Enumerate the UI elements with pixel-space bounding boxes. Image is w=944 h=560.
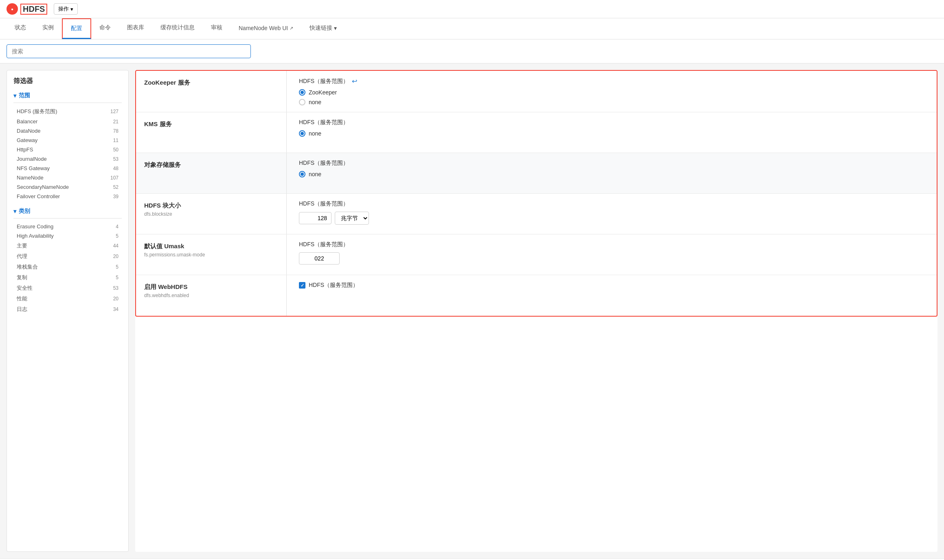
scope-item-httpfs[interactable]: HttpFS 50 [13, 145, 122, 154]
config-key-umask: fs.permissions.umask-mode [144, 252, 278, 258]
external-link-icon: ↗ [290, 26, 293, 31]
scope-item-secondary-namenode[interactable]: SecondaryNameNode 52 [13, 182, 122, 192]
cat-item-performance[interactable]: 性能 20 [13, 293, 122, 304]
chevron-down-icon: ▾ [13, 208, 16, 214]
radio-none-kms[interactable]: none [299, 130, 924, 137]
chevron-down-icon: ▾ [334, 25, 337, 31]
radio-dot-zookeeper [299, 89, 305, 96]
tab-command[interactable]: 命令 [91, 18, 119, 39]
actions-button[interactable]: 操作 ▾ [54, 3, 78, 15]
scope-label: 范围 [19, 92, 30, 99]
config-row-kms: KMS 服务 HDFS（服务范围） none [136, 112, 937, 153]
scope-item-journalnode[interactable]: JournalNode 53 [13, 154, 122, 164]
chevron-down-icon: ▾ [70, 6, 73, 12]
config-key-webhdfs: dfs.webhdfs.enabled [144, 293, 278, 298]
scope-item-balancer[interactable]: Balancer 21 [13, 117, 122, 126]
scope-divider [13, 103, 122, 103]
nav-tabs: 状态 实例 配置 命令 图表库 缓存统计信息 审核 NameNode Web U… [0, 18, 944, 39]
scope-item-nfs-gateway[interactable]: NFS Gateway 48 [13, 164, 122, 173]
chevron-down-icon: ▾ [13, 92, 16, 99]
webhdfs-checkbox[interactable]: ✓ [299, 282, 305, 289]
radio-none-os[interactable]: none [299, 171, 924, 177]
config-value-umask: HDFS（服务范围） [287, 234, 937, 275]
tab-cache[interactable]: 缓存统计信息 [152, 18, 203, 39]
category-divider [13, 218, 122, 219]
config-value-webhdfs: ✓ HDFS（服务范围） [287, 275, 937, 316]
config-row-object-storage: 对象存储服务 HDFS（服务范围） none [136, 153, 937, 194]
radio-zookeeper[interactable]: ZooKeeper [299, 89, 924, 96]
blocksize-controls: 兆字节 千字节 字节 [299, 212, 924, 225]
cat-item-log[interactable]: 日志 34 [13, 304, 122, 315]
cat-item-ha[interactable]: High Availability 5 [13, 231, 122, 241]
search-input[interactable] [7, 44, 251, 58]
tab-namenode[interactable]: NameNode Web UI ↗ [231, 18, 301, 39]
scope-item-datanode[interactable]: DataNode 78 [13, 126, 122, 136]
zookeeper-radio-group: ZooKeeper none [299, 89, 924, 105]
config-value-zookeeper: HDFS（服务范围） ↩ ZooKeeper none [287, 71, 937, 112]
object-storage-radio-group: none [299, 171, 924, 177]
scope-item-namenode[interactable]: NameNode 107 [13, 173, 122, 182]
scope-item-gateway[interactable]: Gateway 11 [13, 136, 122, 145]
config-name-object-storage: 对象存储服务 [144, 161, 278, 169]
logo-circle: ● [7, 3, 18, 15]
sidebar: 筛选器 ▾ 范围 HDFS (服务范围) 127 Balancer 21 Dat… [7, 70, 129, 552]
checkmark-icon: ✓ [301, 283, 304, 288]
webhdfs-checkbox-row: ✓ HDFS（服务范围） [299, 282, 924, 289]
config-key-blocksize: dfs.blocksize [144, 211, 278, 217]
config-name-kms: KMS 服务 [144, 120, 278, 128]
config-name-webhdfs: 启用 WebHDFS [144, 283, 278, 291]
back-arrow-icon[interactable]: ↩ [352, 77, 357, 85]
config-value-kms: HDFS（服务范围） none [287, 112, 937, 153]
radio-dot-none-os [299, 171, 305, 177]
tab-instance[interactable]: 实例 [34, 18, 62, 39]
top-bar: ● HDFS 操作 ▾ [0, 0, 944, 18]
category-section-header[interactable]: ▾ 类别 [13, 208, 122, 215]
radio-dot-none-kms [299, 130, 305, 137]
config-row-zookeeper: ZooKeeper 服务 HDFS（服务范围） ↩ ZooKeeper [136, 71, 937, 112]
scope-item-failover[interactable]: Failover Controller 39 [13, 192, 122, 201]
radio-none-zk[interactable]: none [299, 99, 924, 105]
config-row-webhdfs: 启用 WebHDFS dfs.webhdfs.enabled ✓ HDFS（服务… [136, 275, 937, 316]
blocksize-input[interactable] [299, 212, 331, 224]
config-name-blocksize: HDFS 块大小 [144, 202, 278, 210]
umask-input[interactable] [299, 252, 340, 265]
cat-item-proxy[interactable]: 代理 20 [13, 251, 122, 262]
sidebar-title: 筛选器 [13, 77, 122, 85]
scope-section-header[interactable]: ▾ 范围 [13, 92, 122, 99]
config-row-umask: 默认值 Umask fs.permissions.umask-mode HDFS… [136, 234, 937, 275]
cat-item-replication[interactable]: 复制 5 [13, 272, 122, 283]
tab-audit[interactable]: 审核 [203, 18, 231, 39]
cat-item-security[interactable]: 安全性 53 [13, 283, 122, 293]
cat-item-erasure[interactable]: Erasure Coding 4 [13, 222, 122, 231]
actions-label: 操作 [58, 5, 69, 13]
scope-section: ▾ 范围 HDFS (服务范围) 127 Balancer 21 DataNod… [13, 92, 122, 201]
category-label: 类别 [19, 208, 30, 215]
tab-quicklinks[interactable]: 快速链接 ▾ [301, 18, 345, 39]
config-row-blocksize: HDFS 块大小 dfs.blocksize HDFS（服务范围） 兆字节 千字… [136, 194, 937, 234]
config-name-umask: 默认值 Umask [144, 243, 278, 250]
cat-item-heap[interactable]: 堆栈集合 5 [13, 262, 122, 272]
kms-radio-group: none [299, 130, 924, 137]
webhdfs-scope-label: HDFS（服务范围） [309, 282, 358, 289]
tab-charts[interactable]: 图表库 [119, 18, 152, 39]
config-name-zookeeper: ZooKeeper 服务 [144, 79, 278, 87]
hdfs-logo: ● HDFS [7, 3, 47, 15]
tab-status[interactable]: 状态 [7, 18, 34, 39]
radio-dot-none-zk [299, 99, 305, 105]
scope-item-hdfs[interactable]: HDFS (服务范围) 127 [13, 106, 122, 117]
search-bar [0, 39, 944, 63]
blocksize-unit-select[interactable]: 兆字节 千字节 字节 [335, 212, 369, 225]
cat-item-main[interactable]: 主要 44 [13, 241, 122, 251]
config-value-blocksize: HDFS（服务范围） 兆字节 千字节 字节 [287, 194, 937, 234]
tab-config[interactable]: 配置 [62, 18, 91, 39]
category-section: ▾ 类别 Erasure Coding 4 High Availability … [13, 208, 122, 315]
config-panel: ZooKeeper 服务 HDFS（服务范围） ↩ ZooKeeper [135, 70, 937, 552]
footer: CSDN ©筑鸟也有梦想啊 [0, 558, 944, 560]
config-value-object-storage: HDFS（服务范围） none [287, 153, 937, 193]
main-content: 筛选器 ▾ 范围 HDFS (服务范围) 127 Balancer 21 Dat… [0, 63, 944, 558]
logo-text: HDFS [20, 4, 47, 15]
